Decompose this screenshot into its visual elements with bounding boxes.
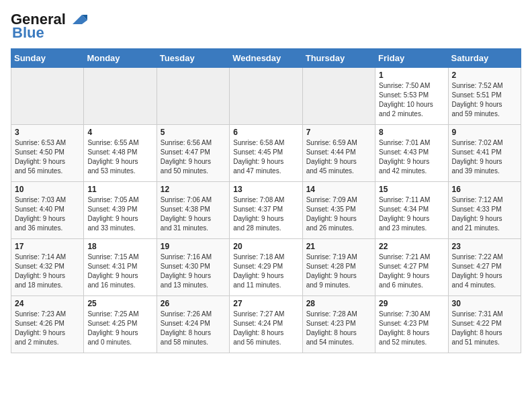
day-number: 22 [379, 242, 444, 251]
calendar-cell: 27Sunrise: 7:27 AM Sunset: 4:24 PM Dayli… [230, 296, 302, 353]
header-row: SundayMondayTuesdayWednesdayThursdayFrid… [11, 49, 521, 68]
calendar-cell [302, 68, 375, 125]
week-row-5: 24Sunrise: 7:23 AM Sunset: 4:26 PM Dayli… [11, 296, 521, 353]
day-number: 3 [15, 128, 80, 137]
day-info: Sunrise: 7:12 AM Sunset: 4:33 PM Dayligh… [452, 195, 517, 233]
day-info: Sunrise: 6:58 AM Sunset: 4:45 PM Dayligh… [233, 138, 298, 176]
day-info: Sunrise: 7:02 AM Sunset: 4:41 PM Dayligh… [452, 138, 517, 176]
calendar-cell: 26Sunrise: 7:26 AM Sunset: 4:24 PM Dayli… [157, 296, 229, 353]
calendar-cell: 30Sunrise: 7:31 AM Sunset: 4:22 PM Dayli… [448, 296, 521, 353]
logo-icon [67, 12, 87, 27]
day-info: Sunrise: 7:16 AM Sunset: 4:30 PM Dayligh… [161, 253, 226, 290]
calendar-cell: 5Sunrise: 6:56 AM Sunset: 4:47 PM Daylig… [157, 125, 229, 182]
day-number: 14 [306, 185, 371, 194]
day-info: Sunrise: 6:56 AM Sunset: 4:47 PM Dayligh… [161, 138, 226, 176]
day-number: 20 [233, 242, 298, 251]
calendar-cell: 21Sunrise: 7:19 AM Sunset: 4:28 PM Dayli… [302, 239, 375, 296]
day-info: Sunrise: 7:06 AM Sunset: 4:38 PM Dayligh… [161, 195, 226, 233]
calendar-cell: 7Sunrise: 6:59 AM Sunset: 4:44 PM Daylig… [302, 125, 375, 182]
week-row-1: 1Sunrise: 7:50 AM Sunset: 5:53 PM Daylig… [11, 68, 521, 125]
calendar-cell: 15Sunrise: 7:11 AM Sunset: 4:34 PM Dayli… [375, 182, 448, 239]
week-row-3: 10Sunrise: 7:03 AM Sunset: 4:40 PM Dayli… [11, 182, 521, 239]
weekday-header-monday: Monday [84, 49, 157, 68]
calendar-cell: 4Sunrise: 6:55 AM Sunset: 4:48 PM Daylig… [84, 125, 157, 182]
day-info: Sunrise: 7:50 AM Sunset: 5:53 PM Dayligh… [379, 81, 444, 119]
calendar-cell: 28Sunrise: 7:28 AM Sunset: 4:23 PM Dayli… [302, 296, 375, 353]
day-number: 10 [15, 185, 80, 194]
calendar-cell: 17Sunrise: 7:14 AM Sunset: 4:32 PM Dayli… [11, 239, 84, 296]
day-number: 29 [379, 299, 444, 308]
calendar-cell: 19Sunrise: 7:16 AM Sunset: 4:30 PM Dayli… [157, 239, 229, 296]
calendar-cell [11, 68, 84, 125]
day-info: Sunrise: 7:31 AM Sunset: 4:22 PM Dayligh… [452, 310, 517, 347]
day-number: 15 [379, 185, 444, 194]
calendar-cell [84, 68, 157, 125]
calendar-cell [230, 68, 302, 125]
weekday-header-sunday: Sunday [11, 49, 84, 68]
day-info: Sunrise: 7:18 AM Sunset: 4:29 PM Dayligh… [233, 253, 298, 290]
day-info: Sunrise: 7:19 AM Sunset: 4:28 PM Dayligh… [306, 253, 371, 290]
calendar-cell: 12Sunrise: 7:06 AM Sunset: 4:38 PM Dayli… [157, 182, 229, 239]
calendar-cell: 1Sunrise: 7:50 AM Sunset: 5:53 PM Daylig… [375, 68, 448, 125]
day-number: 30 [452, 299, 517, 308]
day-number: 9 [452, 128, 517, 137]
day-number: 8 [379, 128, 444, 137]
calendar-cell [157, 68, 229, 125]
day-number: 25 [87, 299, 152, 308]
day-info: Sunrise: 7:30 AM Sunset: 4:23 PM Dayligh… [379, 310, 444, 347]
calendar-cell: 13Sunrise: 7:08 AM Sunset: 4:37 PM Dayli… [230, 182, 302, 239]
calendar-cell: 29Sunrise: 7:30 AM Sunset: 4:23 PM Dayli… [375, 296, 448, 353]
calendar-cell: 24Sunrise: 7:23 AM Sunset: 4:26 PM Dayli… [11, 296, 84, 353]
calendar-cell: 23Sunrise: 7:22 AM Sunset: 4:27 PM Dayli… [448, 239, 521, 296]
day-info: Sunrise: 6:59 AM Sunset: 4:44 PM Dayligh… [306, 138, 371, 176]
calendar-cell: 11Sunrise: 7:05 AM Sunset: 4:39 PM Dayli… [84, 182, 157, 239]
calendar-cell: 14Sunrise: 7:09 AM Sunset: 4:35 PM Dayli… [302, 182, 375, 239]
day-number: 19 [161, 242, 226, 251]
day-number: 12 [161, 185, 226, 194]
day-info: Sunrise: 7:52 AM Sunset: 5:51 PM Dayligh… [452, 81, 517, 119]
day-number: 21 [306, 242, 371, 251]
calendar-table: SundayMondayTuesdayWednesdayThursdayFrid… [11, 48, 521, 353]
day-info: Sunrise: 7:11 AM Sunset: 4:34 PM Dayligh… [379, 195, 444, 233]
day-info: Sunrise: 6:53 AM Sunset: 4:50 PM Dayligh… [15, 138, 80, 176]
logo-blue: Blue [12, 24, 44, 42]
day-info: Sunrise: 7:28 AM Sunset: 4:23 PM Dayligh… [306, 310, 371, 347]
day-number: 16 [452, 185, 517, 194]
calendar-cell: 3Sunrise: 6:53 AM Sunset: 4:50 PM Daylig… [11, 125, 84, 182]
calendar-cell: 22Sunrise: 7:21 AM Sunset: 4:27 PM Dayli… [375, 239, 448, 296]
weekday-header-thursday: Thursday [302, 49, 375, 68]
day-info: Sunrise: 7:14 AM Sunset: 4:32 PM Dayligh… [15, 253, 80, 290]
day-number: 1 [379, 71, 444, 80]
day-number: 13 [233, 185, 298, 194]
day-number: 18 [87, 242, 152, 251]
day-number: 26 [161, 299, 226, 308]
day-number: 23 [452, 242, 517, 251]
calendar-cell: 2Sunrise: 7:52 AM Sunset: 5:51 PM Daylig… [448, 68, 521, 125]
weekday-header-friday: Friday [375, 49, 448, 68]
weekday-header-wednesday: Wednesday [230, 49, 302, 68]
day-number: 4 [87, 128, 152, 137]
week-row-4: 17Sunrise: 7:14 AM Sunset: 4:32 PM Dayli… [11, 239, 521, 296]
day-number: 7 [306, 128, 371, 137]
day-info: Sunrise: 7:01 AM Sunset: 4:43 PM Dayligh… [379, 138, 444, 176]
day-number: 24 [15, 299, 80, 308]
day-info: Sunrise: 7:22 AM Sunset: 4:27 PM Dayligh… [452, 253, 517, 290]
calendar-cell: 18Sunrise: 7:15 AM Sunset: 4:31 PM Dayli… [84, 239, 157, 296]
calendar-cell: 10Sunrise: 7:03 AM Sunset: 4:40 PM Dayli… [11, 182, 84, 239]
calendar-cell: 20Sunrise: 7:18 AM Sunset: 4:29 PM Dayli… [230, 239, 302, 296]
calendar-cell: 6Sunrise: 6:58 AM Sunset: 4:45 PM Daylig… [230, 125, 302, 182]
day-info: Sunrise: 7:25 AM Sunset: 4:25 PM Dayligh… [87, 310, 152, 347]
day-info: Sunrise: 7:05 AM Sunset: 4:39 PM Dayligh… [87, 195, 152, 233]
day-number: 11 [87, 185, 152, 194]
day-info: Sunrise: 6:55 AM Sunset: 4:48 PM Dayligh… [87, 138, 152, 176]
day-number: 28 [306, 299, 371, 308]
calendar-cell: 9Sunrise: 7:02 AM Sunset: 4:41 PM Daylig… [448, 125, 521, 182]
logo: General Blue [11, 11, 87, 42]
day-number: 27 [233, 299, 298, 308]
day-info: Sunrise: 7:23 AM Sunset: 4:26 PM Dayligh… [15, 310, 80, 347]
day-info: Sunrise: 7:21 AM Sunset: 4:27 PM Dayligh… [379, 253, 444, 290]
page-header: General Blue [11, 11, 521, 42]
day-number: 5 [161, 128, 226, 137]
day-number: 6 [233, 128, 298, 137]
week-row-2: 3Sunrise: 6:53 AM Sunset: 4:50 PM Daylig… [11, 125, 521, 182]
